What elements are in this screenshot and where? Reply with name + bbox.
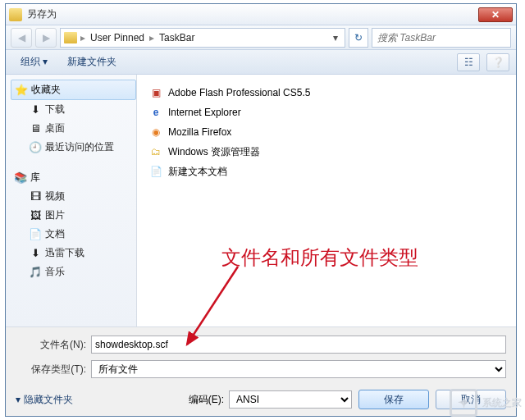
nav-row: ◀ ▶ ▸ User Pinned ▸ TaskBar ▾ ↻ — [6, 25, 516, 50]
breadcrumb-sep: ▸ — [149, 32, 154, 43]
download-icon: ⬇ — [29, 103, 42, 116]
breadcrumb-seg-1[interactable]: User Pinned — [89, 32, 146, 43]
filename-input[interactable] — [91, 336, 506, 354]
explorer-icon: 🗂 — [148, 144, 163, 159]
folder-icon — [64, 32, 77, 43]
close-button[interactable]: ✕ — [478, 7, 513, 22]
filetype-select[interactable]: 所有文件 — [91, 360, 506, 378]
file-list: ▣Adobe Flash Professional CS5.5 eInterne… — [137, 75, 516, 326]
ie-icon: e — [148, 105, 163, 120]
new-folder-button[interactable]: 新建文件夹 — [59, 52, 125, 71]
video-icon: 🎞 — [29, 190, 42, 203]
picture-icon: 🖼 — [29, 209, 42, 222]
sidebar-item-videos[interactable]: 🎞视频 — [11, 187, 136, 206]
tree-header-favorites[interactable]: ⭐ 收藏夹 — [11, 80, 136, 100]
bottom-panel: 文件名(N): 保存类型(T): 所有文件 ▾ 隐藏文件夹 编码(E): ANS… — [6, 326, 516, 416]
sidebar-item-pictures[interactable]: 🖼图片 — [11, 206, 136, 225]
breadcrumb-dropdown[interactable]: ▾ — [330, 32, 341, 43]
organize-menu[interactable]: 组织 ▾ — [12, 52, 56, 71]
filetype-row: 保存类型(T): 所有文件 — [16, 360, 506, 378]
sidebar-item-xunlei[interactable]: ⬇迅雷下载 — [11, 244, 136, 262]
sidebar-item-documents[interactable]: 📄文档 — [11, 225, 136, 244]
file-item[interactable]: ▣Adobe Flash Professional CS5.5 — [147, 83, 506, 103]
hide-folders-toggle[interactable]: ▾ 隐藏文件夹 — [16, 393, 73, 407]
music-icon: 🎵 — [29, 266, 42, 279]
sidebar-item-desktop[interactable]: 🖥桌面 — [11, 119, 136, 138]
titlebar: 另存为 ✕ — [6, 4, 516, 25]
toolbar: 组织 ▾ 新建文件夹 ☷ ❔ — [6, 50, 516, 75]
cancel-button[interactable]: 取消 — [436, 390, 506, 409]
document-icon: 📄 — [29, 228, 42, 241]
filetype-label: 保存类型(T): — [16, 363, 86, 377]
star-icon: ⭐ — [15, 84, 28, 97]
nav-back-button[interactable]: ◀ — [11, 28, 32, 48]
encoding-label: 编码(E): — [189, 393, 224, 407]
file-item[interactable]: 🗂Windows 资源管理器 — [147, 142, 506, 162]
file-item[interactable]: 📄新建文本文档 — [147, 162, 506, 181]
chevron-down-icon: ▾ — [16, 394, 21, 405]
firefox-icon: ◉ — [148, 125, 163, 139]
breadcrumb-seg-2[interactable]: TaskBar — [158, 32, 196, 43]
search-box[interactable] — [372, 28, 511, 48]
tree-group-libraries: 📚 库 🎞视频 🖼图片 📄文档 ⬇迅雷下载 🎵音乐 — [11, 168, 136, 281]
file-item[interactable]: eInternet Explorer — [147, 103, 506, 122]
app-icon — [9, 8, 22, 21]
tree-header-libraries[interactable]: 📚 库 — [11, 168, 136, 187]
encoding-select[interactable]: ANSI — [229, 390, 352, 409]
sidebar-item-downloads[interactable]: ⬇下载 — [11, 100, 136, 119]
encoding-row: 编码(E): ANSI — [189, 390, 352, 409]
flash-icon: ▣ — [148, 85, 163, 100]
filename-row: 文件名(N): — [16, 336, 506, 354]
library-icon: 📚 — [14, 171, 27, 185]
breadcrumb[interactable]: ▸ User Pinned ▸ TaskBar ▾ — [60, 28, 345, 48]
save-button[interactable]: 保存 — [358, 390, 429, 409]
sidebar-item-recent[interactable]: 🕘最近访问的位置 — [11, 138, 136, 157]
view-mode-button[interactable]: ☷ — [457, 53, 480, 71]
desktop-icon: 🖥 — [29, 122, 42, 135]
textfile-icon: 📄 — [148, 164, 163, 179]
breadcrumb-sep: ▸ — [80, 32, 85, 43]
filename-label: 文件名(N): — [16, 338, 86, 352]
save-as-dialog: 另存为 ✕ ◀ ▶ ▸ User Pinned ▸ TaskBar ▾ ↻ 组织… — [5, 3, 517, 417]
refresh-button[interactable]: ↻ — [349, 28, 368, 48]
search-input[interactable] — [372, 32, 510, 43]
nav-forward-button[interactable]: ▶ — [35, 28, 57, 48]
sidebar-item-music[interactable]: 🎵音乐 — [11, 262, 136, 281]
tree-group-favorites: ⭐ 收藏夹 ⬇下载 🖥桌面 🕘最近访问的位置 — [11, 80, 136, 157]
main-area: ⭐ 收藏夹 ⬇下载 🖥桌面 🕘最近访问的位置 📚 库 🎞视频 🖼图片 📄文档 ⬇… — [6, 75, 516, 326]
help-button[interactable]: ❔ — [486, 53, 509, 71]
download-icon: ⬇ — [29, 247, 42, 260]
file-item[interactable]: ◉Mozilla Firefox — [147, 122, 506, 142]
sidebar: ⭐ 收藏夹 ⬇下载 🖥桌面 🕘最近访问的位置 📚 库 🎞视频 🖼图片 📄文档 ⬇… — [6, 75, 137, 326]
recent-icon: 🕘 — [29, 141, 42, 154]
window-title: 另存为 — [27, 7, 478, 21]
bottom-actions: ▾ 隐藏文件夹 编码(E): ANSI 保存 取消 — [16, 385, 506, 409]
